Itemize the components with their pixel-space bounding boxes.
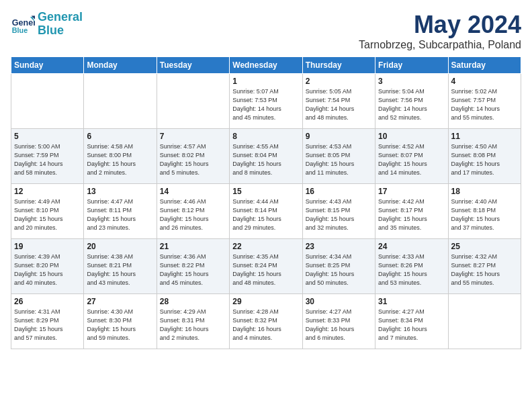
day-number: 24 [378, 242, 445, 251]
calendar-week-1: 1Sunrise: 5:07 AM Sunset: 7:53 PM Daylig… [11, 74, 521, 129]
day-info: Sunrise: 4:40 AM Sunset: 8:18 PM Dayligh… [451, 197, 518, 232]
day-info: Sunrise: 4:57 AM Sunset: 8:02 PM Dayligh… [160, 142, 226, 177]
calendar-cell: 17Sunrise: 4:42 AM Sunset: 8:17 PM Dayli… [375, 184, 448, 239]
calendar-cell: 4Sunrise: 5:02 AM Sunset: 7:57 PM Daylig… [448, 74, 521, 129]
day-info: Sunrise: 5:00 AM Sunset: 7:59 PM Dayligh… [14, 142, 81, 177]
day-info: Sunrise: 4:36 AM Sunset: 8:22 PM Dayligh… [160, 253, 226, 287]
day-info: Sunrise: 5:04 AM Sunset: 7:56 PM Dayligh… [378, 87, 445, 122]
day-number: 20 [87, 242, 153, 251]
day-number: 4 [451, 77, 518, 86]
day-number: 11 [451, 132, 518, 141]
calendar-cell: 22Sunrise: 4:35 AM Sunset: 8:24 PM Dayli… [230, 239, 302, 294]
day-info: Sunrise: 4:29 AM Sunset: 8:31 PM Dayligh… [160, 308, 226, 342]
logo-text: General Blue [38, 11, 83, 38]
calendar-cell: 28Sunrise: 4:29 AM Sunset: 8:31 PM Dayli… [157, 294, 229, 349]
day-number: 10 [378, 132, 445, 141]
calendar-cell: 3Sunrise: 5:04 AM Sunset: 7:56 PM Daylig… [375, 74, 448, 129]
day-info: Sunrise: 4:49 AM Sunset: 8:10 PM Dayligh… [14, 197, 81, 232]
day-number: 12 [14, 187, 81, 196]
calendar-cell: 7Sunrise: 4:57 AM Sunset: 8:02 PM Daylig… [157, 129, 229, 184]
calendar-cell: 8Sunrise: 4:55 AM Sunset: 8:04 PM Daylig… [230, 129, 302, 184]
day-number: 13 [87, 187, 153, 196]
day-info: Sunrise: 4:38 AM Sunset: 8:21 PM Dayligh… [87, 253, 153, 287]
calendar-week-4: 19Sunrise: 4:39 AM Sunset: 8:20 PM Dayli… [11, 239, 521, 294]
day-number: 8 [232, 132, 299, 141]
calendar-body: 1Sunrise: 5:07 AM Sunset: 7:53 PM Daylig… [11, 74, 521, 349]
logo-line2: Blue [38, 24, 64, 37]
calendar-cell: 18Sunrise: 4:40 AM Sunset: 8:18 PM Dayli… [448, 184, 521, 239]
day-info: Sunrise: 4:32 AM Sunset: 8:27 PM Dayligh… [451, 253, 518, 287]
day-number: 5 [14, 132, 81, 141]
day-number: 9 [306, 132, 372, 141]
day-number: 25 [451, 242, 518, 251]
day-info: Sunrise: 4:46 AM Sunset: 8:12 PM Dayligh… [160, 197, 226, 232]
day-info: Sunrise: 4:33 AM Sunset: 8:26 PM Dayligh… [378, 253, 445, 287]
calendar-cell: 30Sunrise: 4:27 AM Sunset: 8:33 PM Dayli… [302, 294, 375, 349]
day-number: 3 [378, 77, 445, 86]
day-number: 22 [232, 242, 299, 251]
calendar-cell: 13Sunrise: 4:47 AM Sunset: 8:11 PM Dayli… [84, 184, 157, 239]
title-block: May 2024 Tarnobrzeg, Subcarpathia, Polan… [359, 11, 521, 51]
calendar-cell: 19Sunrise: 4:39 AM Sunset: 8:20 PM Dayli… [11, 239, 84, 294]
day-number: 21 [160, 242, 226, 251]
weekday-thursday: Thursday [302, 57, 375, 74]
day-number: 6 [87, 132, 153, 141]
logo-line1: General [38, 10, 83, 24]
day-info: Sunrise: 5:07 AM Sunset: 7:53 PM Dayligh… [232, 87, 299, 122]
day-number: 26 [14, 297, 81, 306]
calendar-cell: 29Sunrise: 4:28 AM Sunset: 8:32 PM Dayli… [230, 294, 302, 349]
calendar-cell: 23Sunrise: 4:34 AM Sunset: 8:25 PM Dayli… [302, 239, 375, 294]
calendar-header: SundayMondayTuesdayWednesdayThursdayFrid… [11, 57, 521, 74]
day-number: 28 [160, 297, 226, 306]
day-number: 14 [160, 187, 226, 196]
page-header: General Blue General Blue May 2024 Tarno… [11, 11, 521, 51]
day-number: 18 [451, 187, 518, 196]
calendar-cell: 1Sunrise: 5:07 AM Sunset: 7:53 PM Daylig… [230, 74, 302, 129]
day-number: 7 [160, 132, 226, 141]
day-number: 16 [306, 187, 372, 196]
calendar-week-3: 12Sunrise: 4:49 AM Sunset: 8:10 PM Dayli… [11, 184, 521, 239]
weekday-header-row: SundayMondayTuesdayWednesdayThursdayFrid… [11, 57, 521, 74]
weekday-tuesday: Tuesday [157, 57, 229, 74]
calendar-cell: 21Sunrise: 4:36 AM Sunset: 8:22 PM Dayli… [157, 239, 229, 294]
calendar-cell: 11Sunrise: 4:50 AM Sunset: 8:08 PM Dayli… [448, 129, 521, 184]
calendar-cell [157, 74, 229, 129]
day-number: 2 [306, 77, 372, 86]
day-number: 30 [306, 297, 372, 306]
day-number: 15 [232, 187, 299, 196]
weekday-sunday: Sunday [11, 57, 84, 74]
day-info: Sunrise: 4:55 AM Sunset: 8:04 PM Dayligh… [232, 142, 299, 177]
day-info: Sunrise: 5:05 AM Sunset: 7:54 PM Dayligh… [306, 87, 372, 122]
calendar-cell [448, 294, 521, 349]
location-subtitle: Tarnobrzeg, Subcarpathia, Poland [359, 39, 521, 51]
weekday-wednesday: Wednesday [230, 57, 302, 74]
logo-icon: General Blue [11, 12, 35, 36]
calendar-cell: 15Sunrise: 4:44 AM Sunset: 8:14 PM Dayli… [230, 184, 302, 239]
calendar-cell: 20Sunrise: 4:38 AM Sunset: 8:21 PM Dayli… [84, 239, 157, 294]
month-title: May 2024 [359, 11, 521, 39]
day-info: Sunrise: 4:30 AM Sunset: 8:30 PM Dayligh… [87, 308, 153, 342]
day-info: Sunrise: 4:53 AM Sunset: 8:05 PM Dayligh… [306, 142, 372, 177]
calendar-cell [11, 74, 84, 129]
svg-text:Blue: Blue [12, 26, 28, 34]
day-info: Sunrise: 4:35 AM Sunset: 8:24 PM Dayligh… [232, 253, 299, 287]
day-number: 1 [232, 77, 299, 86]
day-number: 19 [14, 242, 81, 251]
calendar-week-5: 26Sunrise: 4:31 AM Sunset: 8:29 PM Dayli… [11, 294, 521, 349]
calendar-week-2: 5Sunrise: 5:00 AM Sunset: 7:59 PM Daylig… [11, 129, 521, 184]
weekday-saturday: Saturday [448, 57, 521, 74]
day-number: 29 [232, 297, 299, 306]
calendar-cell: 6Sunrise: 4:58 AM Sunset: 8:00 PM Daylig… [84, 129, 157, 184]
day-number: 17 [378, 187, 445, 196]
day-number: 27 [87, 297, 153, 306]
calendar-cell: 10Sunrise: 4:52 AM Sunset: 8:07 PM Dayli… [375, 129, 448, 184]
calendar-cell: 14Sunrise: 4:46 AM Sunset: 8:12 PM Dayli… [157, 184, 229, 239]
calendar-cell: 2Sunrise: 5:05 AM Sunset: 7:54 PM Daylig… [302, 74, 375, 129]
calendar-cell: 9Sunrise: 4:53 AM Sunset: 8:05 PM Daylig… [302, 129, 375, 184]
day-info: Sunrise: 4:47 AM Sunset: 8:11 PM Dayligh… [87, 197, 153, 232]
day-number: 23 [306, 242, 372, 251]
day-number: 31 [378, 297, 445, 306]
calendar-cell: 31Sunrise: 4:27 AM Sunset: 8:34 PM Dayli… [375, 294, 448, 349]
day-info: Sunrise: 4:39 AM Sunset: 8:20 PM Dayligh… [14, 253, 81, 287]
day-info: Sunrise: 4:31 AM Sunset: 8:29 PM Dayligh… [14, 308, 81, 342]
